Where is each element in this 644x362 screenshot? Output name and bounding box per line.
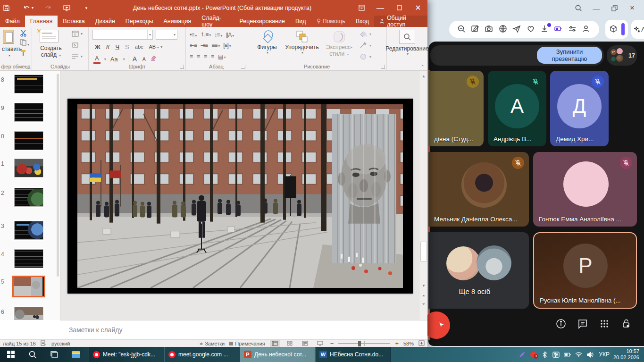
active-speaker-tile[interactable]: Р Руснак Юлія Маноліївна (... [533,232,637,309]
browser-close-button[interactable]: × [624,1,640,15]
tab-home[interactable]: Главная [25,16,58,27]
new-slide-button[interactable]: Создать слайд ▾ [36,45,66,58]
clipboard-dialog-launcher[interactable] [26,65,30,69]
slide-thumbnail-9[interactable] [14,103,43,122]
slideshow-view-button[interactable] [315,340,326,347]
align-text-icon[interactable]: [≡]▾ [223,42,231,49]
normal-view-button[interactable] [270,340,280,347]
chat-icon[interactable] [573,314,592,333]
notes-pane[interactable]: Заметки к слайду [60,320,427,339]
browser-minimize-button[interactable]: — [588,1,604,15]
align-center-icon[interactable]: ≡ [197,53,200,60]
scrollbar-thumb[interactable] [420,242,427,261]
italic-button[interactable]: К [105,42,111,51]
change-case-button[interactable]: Аа [109,54,119,64]
language-indicator[interactable]: русский [51,341,70,346]
font-color-button[interactable]: А [93,54,100,64]
clock[interactable]: 10:57 20.02.2026 [613,348,641,361]
participant-tile[interactable]: Мельник Даніелла Олекса... [428,152,529,227]
share-button[interactable]: Общий доступ [374,16,427,27]
tab-help[interactable]: Помощь [311,16,351,27]
more-people-tile[interactable]: Ще 8 осіб [428,232,529,309]
increase-indent-icon[interactable]: ⇥≡ [201,42,208,49]
maximize-button[interactable] [390,0,409,16]
columns-icon[interactable]: ≡≡▾ [211,42,219,49]
tab-insert[interactable]: Вставка [58,16,90,27]
opera-notification-tray-icon[interactable]: 3 [528,347,538,362]
tab-file[interactable]: Файл [0,16,25,27]
slide-thumbnail-11[interactable] [14,159,43,177]
paste-icon[interactable] [3,30,14,44]
text-shadow-button[interactable]: S [124,42,131,51]
quick-styles-button[interactable]: Экспресс- стили ▾ [323,30,356,57]
qat-customize-chevron[interactable]: ▾ [80,2,92,14]
save-icon[interactable] [0,2,12,14]
tab-slideshow[interactable]: Слайд-шоу [196,16,234,27]
bold-button[interactable]: Ж [93,42,102,51]
tab-animations[interactable]: Анимация [158,16,196,27]
favorites-heart-icon[interactable] [527,25,536,34]
pen-app-tray-icon[interactable] [517,347,527,362]
justify-icon[interactable]: ≡ [211,53,214,60]
start-slideshow-icon[interactable] [60,2,73,14]
zoom-out-icon[interactable] [457,25,467,34]
tab-view[interactable]: Вид [290,16,311,27]
scroll-down-arrow[interactable]: ▼ [420,282,427,289]
taskbar-app-word[interactable]: W НЕбесна Сотня.do... [315,347,391,362]
shrink-font-button[interactable]: А [141,54,147,64]
taskbar-app-meet-google[interactable]: meet.google.com ... [164,347,240,362]
volume-icon[interactable] [585,347,595,362]
font-size-combo[interactable]: ▾ [156,30,177,40]
char-spacing-button[interactable]: АВ↔▾ [148,42,164,51]
battery-saver-icon[interactable] [554,25,563,34]
slide-thumbnail-12[interactable] [14,188,43,207]
tab-transitions[interactable]: Переходы [120,16,159,27]
grow-font-button[interactable]: А [131,54,138,64]
profile-icon[interactable] [582,25,591,34]
new-slide-icon[interactable]: ✳ [40,30,59,43]
task-view-icon[interactable] [43,347,65,362]
undo-button[interactable]: ▾ [19,2,38,14]
translate-icon[interactable]: A [499,25,508,34]
meeting-details-icon[interactable] [552,314,570,333]
smartart-icon[interactable]: ▤▾ [218,53,225,60]
reset-slide-button[interactable] [72,42,79,48]
taskbar-app-meet[interactable]: Meet: "esk-jyjb-cdk... [89,347,164,362]
reading-view-button[interactable] [300,340,310,347]
snapshot-edit-icon[interactable] [471,25,480,34]
redo-button[interactable] [42,2,54,14]
cut-icon[interactable] [20,30,27,39]
fit-slide-to-window-icon[interactable] [418,340,425,347]
shape-outline-button[interactable]: ▾ [360,42,371,49]
thumbnails-scrollbar[interactable] [57,74,59,277]
paste-label[interactable]: ставить [2,46,22,52]
align-right-icon[interactable]: ≡ [204,53,207,60]
line-spacing-icon[interactable]: ↕≡▾ [214,32,222,38]
tab-review[interactable]: Рецензирование [234,16,290,27]
slide-thumbnail-15-selected[interactable] [12,276,45,297]
notes-toggle[interactable]: ≐Заметки [200,341,225,346]
tune-icon[interactable] [568,25,577,34]
share-send-icon[interactable] [512,25,522,34]
stop-presentation-button[interactable]: Зупинити презентацію [537,47,602,64]
clear-formatting-icon[interactable] [150,55,157,63]
participant-tile[interactable]: Гонтюк Емма Анатоліївна ... [533,152,637,227]
align-left-icon[interactable]: ≡ [190,53,192,60]
slide-thumbnail-10[interactable] [14,131,43,150]
slide-thumbnail-13[interactable] [14,221,43,240]
current-slide-canvas[interactable] [67,99,413,294]
browser-restore-button[interactable] [606,1,622,15]
zoom-percentage[interactable]: 58% [403,341,414,346]
paragraph-dialog-launcher[interactable] [241,65,245,69]
participant-tile[interactable]: Д Демид Хри... [550,71,609,146]
zoom-out-minus[interactable]: − [330,340,334,347]
bullets-icon[interactable]: •≡▾ [190,32,196,38]
minimize-button[interactable]: — [371,0,390,16]
participant-tile[interactable]: А Андрієць В... [488,71,546,146]
slide-counter[interactable]: лайд 15 из 16 [3,341,36,346]
participants-pill[interactable]: P 17 [607,45,637,66]
previous-slide-button[interactable]: ⏶ [420,293,427,299]
tab-signin[interactable]: Вход [351,16,374,27]
numbering-icon[interactable]: ⒈≡▾ [200,31,210,39]
host-controls-lock-icon[interactable] [617,314,636,333]
